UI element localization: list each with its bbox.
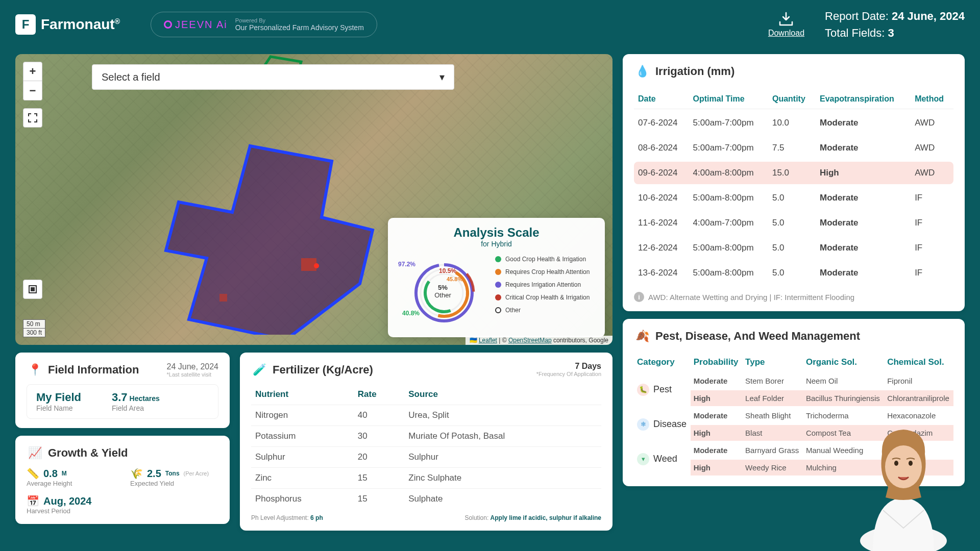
field-select-dropdown[interactable]: Select a field ▾ <box>92 64 454 90</box>
jeevn-logo: JEEVN Ai <box>164 19 228 31</box>
table-row: 07-6-20245:00am-7:00pm10.0ModerateAWD <box>634 112 953 134</box>
zoom-in-button[interactable]: + <box>23 62 42 81</box>
legend-item: Critical Crop Health & Irrigation <box>495 294 595 301</box>
table-row: Zinc15Zinc Sulphate <box>251 468 601 489</box>
svg-rect-0 <box>301 258 316 271</box>
table-row: 13-6-20245:00am-8:00pm5.0ModerateIF <box>634 262 953 284</box>
irrigation-footer: i AWD: Alternate Wetting and Drying | IF… <box>634 292 953 302</box>
svg-point-1 <box>314 263 319 268</box>
legend-item: Other <box>495 307 595 314</box>
ruler-icon: 📏 <box>27 467 39 480</box>
table-row: Potassium30Muriate Of Potash, Basal <box>251 426 601 447</box>
table-row: 11-6-20244:00am-7:00pm5.0ModerateIF <box>634 212 953 234</box>
growth-icon: 📈 <box>27 445 43 461</box>
leaflet-link[interactable]: Leaflet <box>479 337 497 344</box>
layers-icon <box>28 285 37 294</box>
map-scale: 50 m 300 ft <box>23 319 45 337</box>
analysis-title: Analysis Scale <box>398 226 595 240</box>
logo-icon: F <box>15 14 36 35</box>
analysis-donut-chart: 97.2% 10.5% 45.8% 40.8% 5% Other <box>398 253 487 330</box>
pest-table: CategoryProbabilityTypeOrganic Sol.Chemi… <box>634 352 953 477</box>
table-row: 09-6-20244:00am-8:00pm15.0HighAWD <box>634 162 953 184</box>
water-icon: 💧 <box>634 63 650 80</box>
fertilizer-table: NutrientRateSource Nitrogen40Urea, Split… <box>251 384 601 509</box>
map-attribution: 🇺🇦 Leaflet | © OpenStreetMap contributor… <box>465 336 612 345</box>
table-row: Nitrogen40Urea, Split <box>251 405 601 426</box>
ai-badge: JEEVN Ai Powered By Our Personalized Far… <box>151 12 377 37</box>
zoom-out-button[interactable]: − <box>23 81 42 101</box>
field-info-card: 📍 Field Information 24 June, 2024 *Last … <box>15 353 230 428</box>
map-view[interactable]: + − Select a field ▾ Analysis Sca <box>15 54 612 345</box>
table-row: Sulphur20Sulphur <box>251 447 601 468</box>
table-row: 10-6-20245:00am-8:00pm5.0ModerateIF <box>634 187 953 209</box>
info-icon: i <box>634 292 644 302</box>
growth-yield-card: 📈 Growth & Yield 📏0.8 M Average Height 🌾… <box>15 436 230 524</box>
layers-button[interactable] <box>23 280 42 299</box>
legend-item: Good Crop Health & Irrigation <box>495 256 595 263</box>
table-row: 🐛PestModerateStem BorerNeem OilFipronil <box>634 373 953 389</box>
pest-card: 🍂 Pest, Disease, And Weed Management Cat… <box>623 319 965 486</box>
calendar-icon: 📅 <box>27 495 39 507</box>
fullscreen-button[interactable] <box>23 108 42 128</box>
download-button[interactable]: Download <box>768 12 804 38</box>
header: F Farmonaut® JEEVN Ai Powered By Our Per… <box>0 0 980 49</box>
fullscreen-icon <box>28 113 37 122</box>
chevron-down-icon: ▾ <box>439 71 445 83</box>
pin-icon: 📍 <box>27 362 43 378</box>
table-row: 12-6-20245:00am-8:00pm5.0ModerateIF <box>634 237 953 259</box>
flask-icon: 🧪 <box>251 362 267 378</box>
brand-logo: F Farmonaut® <box>15 14 120 35</box>
osm-link[interactable]: OpenStreetMap <box>508 337 552 344</box>
table-row: 08-6-20245:00am-7:00pm7.5ModerateAWD <box>634 137 953 159</box>
fertilizer-card: 🧪 Fertilizer (Kg/Acre) 7 Days *Frequency… <box>240 353 612 531</box>
analysis-scale-panel: Analysis Scale for Hybrid 97. <box>388 218 605 337</box>
table-row: ❄DiseaseModerateSheath BlightTrichoderma… <box>634 408 953 423</box>
report-metadata: Report Date: 24 June, 2024 Total Fields:… <box>825 8 965 41</box>
table-row: Phosphorus15Sulphate <box>251 489 601 510</box>
download-icon <box>778 12 794 26</box>
leaf-icon: 🍂 <box>634 328 650 344</box>
svg-rect-4 <box>31 287 35 291</box>
grain-icon: 🌾 <box>130 467 143 480</box>
legend-item: Requires Irrigation Attention <box>495 281 595 288</box>
svg-rect-2 <box>219 294 227 302</box>
irrigation-table: DateOptimal TimeQuantityEvapotranspirati… <box>634 87 953 287</box>
legend-item: Requires Crop Health Attention <box>495 268 595 276</box>
table-row: ▾WeedModerateBarnyard GrassManual Weedin… <box>634 442 953 458</box>
field-polygon <box>158 141 403 335</box>
irrigation-card: 💧 Irrigation (mm) DateOptimal TimeQuanti… <box>623 54 965 311</box>
